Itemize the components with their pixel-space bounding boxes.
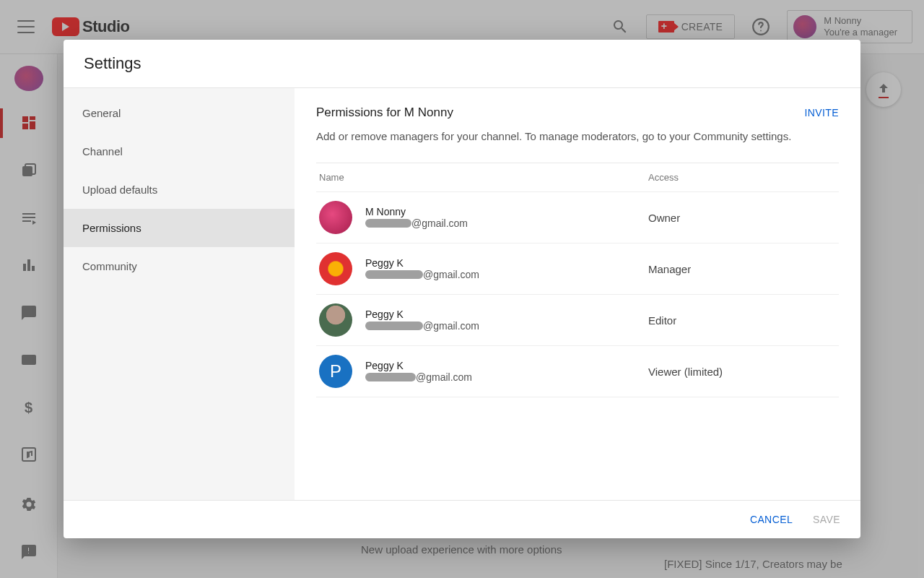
settings-nav-item[interactable]: Upload defaults xyxy=(64,171,295,209)
access-level: Manager xyxy=(648,263,836,275)
user-email: @gmail.com xyxy=(365,217,648,229)
avatar: P xyxy=(319,355,352,388)
settings-nav-item[interactable]: General xyxy=(64,94,295,132)
settings-nav: GeneralChannelUpload defaultsPermissions… xyxy=(64,88,295,500)
avatar xyxy=(319,201,352,234)
settings-nav-item[interactable]: Permissions xyxy=(64,209,295,247)
permissions-table: Name Access M Nonny@gmail.comOwnerPeggy … xyxy=(316,163,839,397)
redacted-text xyxy=(365,219,411,228)
redacted-text xyxy=(365,373,416,381)
redacted-text xyxy=(365,270,423,279)
access-level: Owner xyxy=(648,212,836,224)
access-level: Editor xyxy=(648,314,836,327)
user-email: @gmail.com xyxy=(365,269,648,280)
column-name: Name xyxy=(319,172,648,183)
permissions-description: Add or remove managers for your channel.… xyxy=(316,130,839,142)
modal-title: Settings xyxy=(64,40,860,88)
avatar xyxy=(319,303,352,337)
access-level: Viewer (limited) xyxy=(648,366,836,378)
avatar xyxy=(319,252,352,285)
user-email: @gmail.com xyxy=(365,320,648,332)
modal-footer: CANCEL SAVE xyxy=(64,500,860,538)
settings-nav-item[interactable]: Community xyxy=(64,247,295,285)
redacted-text xyxy=(365,322,423,330)
permission-row[interactable]: Peggy K@gmail.comManager xyxy=(316,243,839,295)
user-name: M Nonny xyxy=(365,206,648,217)
permissions-heading: Permissions for M Nonny xyxy=(316,105,453,120)
settings-content: Permissions for M Nonny INVITE Add or re… xyxy=(295,88,860,500)
settings-modal: Settings GeneralChannelUpload defaultsPe… xyxy=(64,40,860,538)
permission-row[interactable]: M Nonny@gmail.comOwner xyxy=(316,192,839,243)
user-name: Peggy K xyxy=(365,360,648,371)
settings-nav-item[interactable]: Channel xyxy=(64,132,295,171)
cancel-button[interactable]: CANCEL xyxy=(750,514,793,525)
permission-row[interactable]: PPeggy K@gmail.comViewer (limited) xyxy=(316,346,839,397)
invite-button[interactable]: INVITE xyxy=(804,107,839,118)
save-button[interactable]: SAVE xyxy=(813,514,840,525)
user-email: @gmail.com xyxy=(365,371,648,383)
column-access: Access xyxy=(648,172,836,183)
user-name: Peggy K xyxy=(365,257,648,269)
permission-row[interactable]: Peggy K@gmail.comEditor xyxy=(316,295,839,346)
user-name: Peggy K xyxy=(365,309,648,320)
